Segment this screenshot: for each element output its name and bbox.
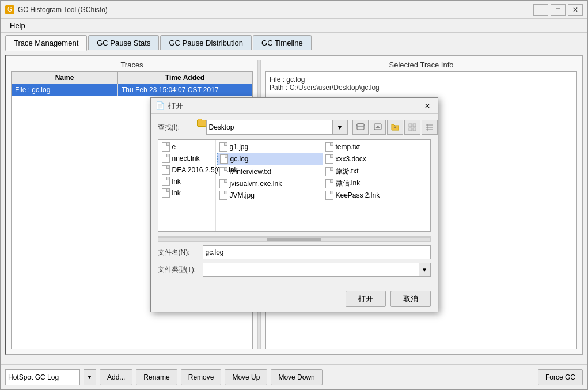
- close-button[interactable]: ✕: [568, 4, 583, 16]
- filetype-dropdown-btn[interactable]: ▼: [419, 263, 431, 277]
- svg-rect-7: [413, 128, 416, 131]
- trace-management-panel: Traces Name Time Added File : gc.log Thu…: [5, 55, 583, 355]
- tab-gc-pause-stats[interactable]: GC Pause Stats: [88, 35, 159, 50]
- dialog-title: 📄 打开: [155, 101, 183, 111]
- file-item[interactable]: JVM.jpg: [217, 190, 323, 201]
- titlebar: G GC Histogram Tool (GChisto) – □ ✕: [1, 1, 587, 19]
- file-item[interactable]: KeePass 2.lnk: [323, 190, 429, 201]
- file-item[interactable]: nnect.lnk: [160, 153, 214, 164]
- dialog-titlebar: 📄 打开 ✕: [151, 98, 438, 114]
- file-item[interactable]: DEA 2016.2.5(64).lnk: [160, 164, 214, 176]
- toolbar-back-btn[interactable]: [352, 120, 369, 135]
- main-content: Traces Name Time Added File : gc.log Thu…: [1, 50, 587, 364]
- tab-trace-management[interactable]: Trace Management: [5, 35, 87, 51]
- file-item[interactable]: lnk: [160, 176, 214, 187]
- file-item[interactable]: 微信.lnk: [323, 177, 429, 190]
- file-item[interactable]: xxx3.docx: [323, 153, 429, 165]
- add-button[interactable]: Add...: [100, 369, 132, 385]
- file-icon: [162, 188, 170, 198]
- dialog-footer: 打开 取消: [151, 286, 438, 312]
- svg-rect-4: [409, 124, 412, 127]
- dialog-open-button[interactable]: 打开: [346, 291, 386, 307]
- file-item[interactable]: it-interview.txt: [217, 165, 323, 177]
- menubar: Help: [1, 19, 587, 33]
- scrollbar-area[interactable]: [158, 236, 431, 242]
- folder-icon: [197, 120, 206, 127]
- window-title: GC Histogram Tool (GChisto): [18, 6, 108, 14]
- filetype-combo: ▼: [203, 263, 431, 277]
- file-icon: [219, 142, 227, 152]
- filetype-row: 文件类型(T): ▼: [158, 263, 431, 277]
- svg-rect-5: [413, 124, 416, 127]
- file-icon: [325, 154, 333, 164]
- file-item[interactable]: jvisualvm.exe.lnk: [217, 177, 323, 190]
- file-item-gc-log[interactable]: gc.log: [217, 153, 323, 165]
- file-icon: [325, 167, 333, 176]
- dialog-title-text: 打开: [168, 101, 183, 111]
- toolbar-list-view-btn[interactable]: [404, 120, 420, 135]
- svg-text:+: +: [393, 125, 396, 130]
- minimize-button[interactable]: –: [533, 4, 548, 16]
- scrollbar-track[interactable]: [158, 237, 431, 242]
- filename-row: 文件名(N):: [158, 245, 431, 259]
- location-input[interactable]: [206, 120, 333, 135]
- move-up-button[interactable]: Move Up: [225, 369, 267, 385]
- tabs-bar: Trace Management GC Pause Stats GC Pause…: [1, 33, 587, 50]
- file-icon: [325, 191, 333, 200]
- file-list-left: e nnect.lnk DEA 2016.2.5(64).lnk: [158, 140, 216, 231]
- filetype-label: 文件类型(T):: [158, 265, 198, 275]
- log-type-input[interactable]: [5, 369, 80, 385]
- maximize-button[interactable]: □: [551, 4, 566, 16]
- file-icon: [162, 154, 170, 163]
- file-icon: [325, 142, 333, 152]
- force-gc-button[interactable]: Force GC: [538, 369, 583, 385]
- file-list-right: g1.jpg temp.txt gc.log: [216, 140, 430, 231]
- location-label: 查找(I):: [158, 123, 192, 132]
- location-dropdown-btn[interactable]: ▼: [333, 120, 348, 135]
- dialog-title-icon: 📄: [155, 101, 165, 110]
- toolbar-new-folder-btn[interactable]: +: [387, 120, 403, 135]
- file-icon: [219, 191, 227, 200]
- file-item[interactable]: temp.txt: [323, 141, 429, 153]
- file-list-area[interactable]: e nnect.lnk DEA 2016.2.5(64).lnk: [158, 139, 431, 232]
- tab-gc-timeline[interactable]: GC Timeline: [253, 35, 312, 50]
- log-type-dropdown-btn[interactable]: ▼: [84, 369, 96, 385]
- location-combo: ▼: [197, 120, 348, 135]
- file-icon: [162, 165, 170, 175]
- toolbar-up-btn[interactable]: [370, 120, 386, 135]
- filename-input[interactable]: [203, 245, 431, 259]
- scrollbar-thumb: [267, 238, 321, 241]
- bottom-bar: ▼ Add... Rename Remove Move Up Move Down…: [1, 364, 587, 389]
- location-row: 查找(I): ▼: [158, 120, 431, 135]
- app-icon: G: [5, 5, 14, 14]
- file-item[interactable]: lnk: [160, 187, 214, 199]
- rename-button[interactable]: Rename: [136, 369, 177, 385]
- titlebar-controls: – □ ✕: [533, 4, 583, 16]
- menu-help[interactable]: Help: [5, 20, 30, 31]
- filename-label: 文件名(N):: [158, 248, 198, 258]
- file-icon: [325, 179, 333, 188]
- toolbar-detail-view-btn[interactable]: [422, 120, 438, 135]
- file-item[interactable]: e: [160, 141, 214, 153]
- file-item[interactable]: 旅游.txt: [323, 165, 429, 177]
- remove-button[interactable]: Remove: [181, 369, 222, 385]
- file-item[interactable]: g1.jpg: [217, 141, 323, 153]
- open-file-dialog: 📄 打开 ✕ 查找(I): ▼: [150, 97, 438, 312]
- move-down-button[interactable]: Move Down: [271, 369, 322, 385]
- file-icon: [219, 167, 227, 176]
- titlebar-left: G GC Histogram Tool (GChisto): [5, 5, 108, 14]
- tab-gc-pause-distribution[interactable]: GC Pause Distribution: [160, 35, 252, 50]
- file-icon: [219, 179, 227, 188]
- main-window: G GC Histogram Tool (GChisto) – □ ✕ Help…: [0, 0, 588, 390]
- file-icon: [162, 142, 170, 152]
- file-icon: [162, 177, 170, 186]
- filetype-input[interactable]: [203, 263, 419, 277]
- dialog-overlay: 📄 打开 ✕ 查找(I): ▼: [6, 56, 582, 354]
- dialog-body: 查找(I): ▼: [151, 114, 438, 286]
- dialog-toolbar: +: [352, 120, 438, 135]
- svg-rect-6: [409, 128, 412, 131]
- svg-rect-1: [357, 124, 364, 126]
- dialog-cancel-button[interactable]: 取消: [390, 291, 431, 307]
- file-icon: [220, 154, 228, 164]
- dialog-close-button[interactable]: ✕: [422, 101, 433, 111]
